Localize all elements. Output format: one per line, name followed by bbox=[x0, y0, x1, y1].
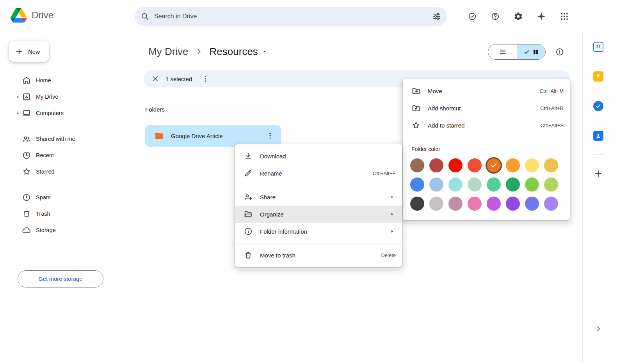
color-swatch[interactable] bbox=[410, 177, 424, 192]
grid-view-button[interactable] bbox=[517, 44, 545, 59]
color-swatch-selected[interactable] bbox=[487, 158, 501, 172]
google-apps-grid-icon[interactable] bbox=[557, 9, 572, 24]
nav-divider-gap bbox=[0, 122, 129, 130]
selection-more-actions-icon[interactable] bbox=[197, 71, 213, 87]
sidebar-item-computers[interactable]: Computers bbox=[9, 105, 123, 121]
keep-app-icon[interactable] bbox=[589, 67, 608, 86]
settings-gear-icon[interactable] bbox=[511, 9, 526, 24]
folder-color-grid bbox=[403, 153, 570, 217]
folder-context-menu: Download Rename Ctrl+Alt+E Share Organiz… bbox=[235, 144, 402, 267]
color-swatch[interactable] bbox=[506, 197, 520, 211]
expand-arrow-icon[interactable] bbox=[14, 94, 22, 99]
color-swatch[interactable] bbox=[525, 158, 539, 172]
shortcut-label: Ctrl+Alt+E bbox=[373, 170, 396, 176]
color-swatch[interactable] bbox=[506, 158, 520, 172]
breadcrumb-my-drive[interactable]: My Drive bbox=[145, 44, 192, 59]
menu-item-move[interactable]: Move Ctrl+Alt+M bbox=[403, 82, 570, 99]
color-swatch[interactable] bbox=[487, 177, 501, 192]
sidebar-nav: Home My Drive Computers Shared with me R… bbox=[0, 73, 129, 238]
sidebar-item-recent[interactable]: Recent bbox=[9, 147, 123, 163]
color-swatch[interactable] bbox=[468, 158, 482, 172]
color-swatch[interactable] bbox=[410, 197, 424, 211]
breadcrumb: My Drive Resources bbox=[145, 43, 271, 60]
color-swatch[interactable] bbox=[525, 197, 539, 211]
add-apps-plus-icon[interactable] bbox=[589, 164, 608, 183]
folder-shortcut-icon bbox=[411, 103, 421, 113]
menu-divider bbox=[403, 137, 570, 137]
menu-item-share[interactable]: Share bbox=[235, 188, 402, 206]
pencil-icon bbox=[244, 169, 253, 178]
color-swatch[interactable] bbox=[448, 177, 463, 192]
menu-item-add-shortcut[interactable]: Add shortcut Ctrl+Alt+R bbox=[403, 99, 570, 117]
hide-side-panel-chevron-icon[interactable] bbox=[590, 320, 607, 337]
gemini-sparkle-icon[interactable] bbox=[534, 9, 549, 24]
view-controls bbox=[488, 44, 568, 60]
top-app-bar: Drive bbox=[0, 0, 644, 33]
color-swatch[interactable] bbox=[448, 158, 463, 172]
menu-item-add-to-starred[interactable]: Add to starred Ctrl+Alt+S bbox=[403, 117, 570, 134]
shortcut-label: Ctrl+Alt+R bbox=[540, 105, 564, 111]
color-swatch[interactable] bbox=[429, 197, 443, 211]
color-swatch[interactable] bbox=[448, 197, 463, 211]
sidebar-item-trash[interactable]: Trash bbox=[9, 206, 123, 222]
color-swatch[interactable] bbox=[429, 177, 443, 192]
sidebar-item-home[interactable]: Home bbox=[9, 73, 123, 88]
color-swatch[interactable] bbox=[525, 177, 539, 192]
check-icon bbox=[523, 49, 530, 55]
folder-tile-google-drive-article[interactable]: Google Drive Article bbox=[145, 125, 281, 147]
color-swatch[interactable] bbox=[506, 177, 520, 192]
submenu-arrow-icon bbox=[389, 211, 396, 218]
side-panel-apps: 31 bbox=[588, 37, 608, 183]
offline-status-icon[interactable] bbox=[464, 9, 480, 24]
organize-submenu: Move Ctrl+Alt+M Add shortcut Ctrl+Alt+R … bbox=[403, 79, 570, 220]
menu-divider bbox=[235, 185, 402, 185]
folder-color-label: Folder color bbox=[403, 140, 570, 153]
search-icon[interactable] bbox=[137, 9, 153, 24]
menu-item-download[interactable]: Download bbox=[235, 147, 402, 165]
folder-open-icon bbox=[244, 209, 253, 219]
color-swatch[interactable] bbox=[544, 158, 558, 172]
folders-section-heading: Folders bbox=[145, 106, 165, 113]
list-view-button[interactable] bbox=[488, 44, 517, 59]
menu-item-rename[interactable]: Rename Ctrl+Alt+E bbox=[235, 165, 402, 182]
color-swatch[interactable] bbox=[410, 158, 424, 172]
folder-name: Google Drive Article bbox=[171, 133, 262, 139]
drive-logo-icon bbox=[11, 8, 27, 23]
list-view-icon bbox=[499, 48, 507, 56]
get-more-storage-button[interactable]: Get more storage bbox=[18, 270, 103, 287]
sidebar-item-my-drive[interactable]: My Drive bbox=[9, 89, 123, 105]
sidebar-item-shared-with-me[interactable]: Shared with me bbox=[9, 131, 123, 147]
search-input[interactable] bbox=[153, 13, 429, 20]
calendar-app-icon[interactable]: 31 bbox=[589, 37, 608, 56]
person-add-icon bbox=[244, 192, 253, 202]
sidebar-item-starred[interactable]: Starred bbox=[9, 164, 123, 179]
new-button[interactable]: New bbox=[9, 41, 49, 62]
help-icon[interactable] bbox=[487, 9, 503, 24]
color-swatch[interactable] bbox=[487, 197, 501, 211]
computers-icon bbox=[22, 108, 31, 118]
menu-item-folder-information[interactable]: Folder information bbox=[235, 223, 402, 240]
menu-item-move-to-trash[interactable]: Move to trash Delete bbox=[235, 247, 402, 264]
grid-view-icon bbox=[532, 49, 539, 55]
drive-logo[interactable]: Drive bbox=[11, 8, 53, 23]
sidebar-item-storage[interactable]: Storage bbox=[9, 222, 123, 238]
color-swatch[interactable] bbox=[429, 158, 443, 172]
workspace-side-panel: 31 bbox=[582, 33, 644, 362]
expand-arrow-icon[interactable] bbox=[14, 111, 22, 115]
selection-count: 1 selected bbox=[165, 76, 192, 82]
color-swatch[interactable] bbox=[468, 197, 482, 211]
color-swatch[interactable] bbox=[468, 177, 482, 192]
advanced-search-icon[interactable] bbox=[429, 9, 445, 24]
sidebar-item-spam[interactable]: Spam bbox=[9, 190, 123, 205]
breadcrumb-resources[interactable]: Resources bbox=[206, 44, 271, 59]
details-info-icon[interactable] bbox=[552, 44, 568, 60]
folder-more-actions-icon[interactable] bbox=[262, 128, 278, 144]
color-swatch[interactable] bbox=[544, 197, 558, 211]
menu-item-organize[interactable]: Organize bbox=[235, 206, 402, 223]
tasks-app-icon[interactable] bbox=[589, 97, 608, 115]
clear-selection-close-icon[interactable] bbox=[148, 71, 163, 87]
shortcut-label: Ctrl+Alt+M bbox=[540, 88, 564, 94]
download-icon bbox=[244, 151, 253, 161]
color-swatch[interactable] bbox=[544, 177, 558, 192]
contacts-app-icon[interactable] bbox=[589, 126, 608, 145]
